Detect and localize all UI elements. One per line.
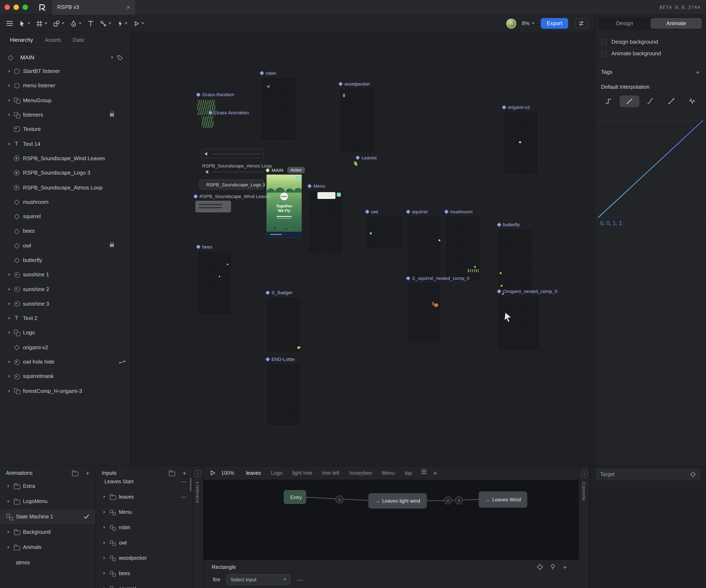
- close-tab-icon[interactable]: ×: [126, 4, 130, 10]
- artboard-label[interactable]: butterfly: [498, 221, 533, 228]
- hierarchy-row[interactable]: RSPB_Soundscape_Logo 3: [0, 166, 130, 180]
- hierarchy-row[interactable]: sunshine 2: [0, 282, 130, 296]
- animate-background-checkbox[interactable]: [601, 51, 607, 56]
- active-artboard-row[interactable]: MAIN: [0, 53, 130, 62]
- hierarchy-row[interactable]: sunshine 1: [0, 267, 130, 282]
- transition-handle[interactable]: ‹: [444, 496, 452, 504]
- chevron-down-icon[interactable]: [28, 23, 30, 24]
- tab-assets[interactable]: Assets: [45, 37, 61, 43]
- artboard-label[interactable]: Menu: [308, 183, 343, 189]
- shape-tool[interactable]: [53, 20, 65, 27]
- input-row[interactable]: robin: [96, 520, 192, 535]
- hierarchy-row[interactable]: Text 14: [0, 136, 130, 151]
- fullscreen-window-button[interactable]: [23, 5, 28, 10]
- hierarchy-row[interactable]: RSPB_Soundscape_Wind Leaves: [0, 151, 130, 166]
- stage-canvas[interactable]: robin woodpecker: [130, 32, 594, 466]
- target-field[interactable]: Target: [596, 468, 701, 480]
- hierarchy-row[interactable]: Text 2: [0, 311, 130, 326]
- artboard-tool[interactable]: [36, 20, 47, 27]
- tab-design[interactable]: Design: [599, 18, 651, 29]
- user-avatar[interactable]: [507, 19, 516, 28]
- hierarchy-row[interactable]: Logo: [0, 326, 130, 340]
- expand-caret[interactable]: [5, 500, 12, 503]
- hierarchy-row[interactable]: listeners: [0, 108, 130, 122]
- transition-handle[interactable]: ›: [455, 496, 463, 504]
- audio-asset-chip[interactable]: RSPB_Soundscape_Logo 3: [199, 179, 264, 190]
- expand-caret[interactable]: [6, 84, 12, 87]
- tab-data[interactable]: Data: [73, 37, 84, 43]
- artboard-label[interactable]: S_squirrel_nested_comp_0: [407, 275, 470, 281]
- artboard-surface[interactable]: RSPB Together We Fly: [266, 174, 302, 238]
- expand-caret[interactable]: [6, 288, 12, 290]
- hierarchy-row[interactable]: owl hole hide: [0, 355, 130, 369]
- expand-caret[interactable]: [6, 273, 12, 276]
- scrollbar[interactable]: [190, 478, 191, 491]
- expand-caret[interactable]: [101, 572, 108, 575]
- audio-asset-label[interactable]: RSPB_Soundscape_Atmos Loop: [202, 163, 272, 168]
- crosshair-icon[interactable]: [690, 471, 696, 477]
- hierarchy-row[interactable]: mushroom: [0, 195, 130, 209]
- tab-hierarchy[interactable]: Hierarchy: [10, 37, 33, 43]
- timeline-tab[interactable]: leaves: [246, 470, 261, 475]
- animation-row[interactable]: State Machine 1: [0, 509, 95, 524]
- artboard-label[interactable]: Orogami_nested_comp_0: [498, 288, 557, 294]
- hold-interpolation-button[interactable]: [598, 95, 619, 107]
- chevron-down-icon[interactable]: [125, 23, 127, 24]
- artboard-surface[interactable]: [197, 251, 232, 315]
- revision-history-button[interactable]: [575, 18, 588, 29]
- expand-caret[interactable]: [101, 541, 108, 544]
- timeline-tab[interactable]: light tree: [292, 470, 312, 475]
- artboard-label[interactable]: robin: [260, 70, 296, 76]
- tab-animate[interactable]: Animate: [651, 18, 702, 29]
- state-machine-graph[interactable]: Entry → Leaves light wind → Leaves Wind …: [203, 480, 579, 559]
- add-tag-button[interactable]: +: [696, 68, 700, 76]
- select-input-dropdown[interactable]: Select input: [226, 574, 290, 585]
- artboard-surface[interactable]: [407, 215, 441, 282]
- curve-interpolation-button[interactable]: [640, 95, 661, 107]
- main-menu-button[interactable]: [6, 21, 13, 26]
- expand-caret[interactable]: [6, 302, 12, 305]
- hierarchy-row[interactable]: sunshine 3: [0, 296, 130, 311]
- artboard-label[interactable]: END-Lottie: [266, 356, 301, 362]
- state-node[interactable]: Entry: [283, 490, 306, 504]
- export-button[interactable]: Export: [541, 18, 568, 29]
- rive-logo-icon[interactable]: [39, 3, 47, 11]
- expand-caret[interactable]: [6, 70, 12, 73]
- design-background-checkbox[interactable]: [601, 39, 607, 45]
- artboard-label[interactable]: woodpecker: [339, 81, 374, 87]
- expand-caret[interactable]: [6, 375, 12, 378]
- hierarchy-row[interactable]: forestComp_H-origami-3: [0, 384, 130, 398]
- document-tab[interactable]: RSPB v3 ×: [51, 0, 136, 14]
- target-icon[interactable]: [537, 564, 543, 570]
- hierarchy-row[interactable]: bees: [0, 224, 130, 238]
- new-folder-icon[interactable]: [72, 470, 78, 476]
- artboard-label[interactable]: origami-v2: [503, 104, 539, 110]
- expand-caret[interactable]: [101, 587, 108, 588]
- animation-row[interactable]: Animals: [0, 540, 95, 555]
- close-window-button[interactable]: [5, 5, 10, 10]
- constraints-tool[interactable]: [117, 20, 127, 27]
- expand-caret[interactable]: [6, 142, 12, 145]
- timeline-tab[interactable]: tree left: [322, 470, 339, 475]
- hierarchy-row[interactable]: origami-v2: [0, 340, 130, 355]
- artboard-surface[interactable]: [407, 282, 441, 342]
- animation-row[interactable]: LogoMenu: [0, 494, 95, 509]
- artboard-label[interactable]: S_Badger: [266, 289, 301, 296]
- chevron-down-icon[interactable]: [62, 23, 65, 24]
- input-row[interactable]: owl: [96, 535, 192, 550]
- artboard-label[interactable]: Leaves: [356, 154, 377, 161]
- expand-caret[interactable]: [6, 317, 12, 320]
- bone-tool[interactable]: [100, 20, 111, 27]
- timeline-zoom[interactable]: 100%: [221, 470, 234, 475]
- artboard-surface[interactable]: [266, 296, 301, 353]
- elastic-interpolation-button[interactable]: [682, 95, 702, 107]
- artboard-label[interactable]: owl: [366, 208, 404, 215]
- lock-icon[interactable]: [110, 244, 114, 247]
- chevron-down-icon[interactable]: [111, 57, 114, 58]
- list-icon[interactable]: [421, 469, 427, 474]
- expand-caret[interactable]: [6, 99, 12, 101]
- chevron-down-icon[interactable]: [141, 23, 144, 24]
- add-animation-button[interactable]: +: [86, 470, 90, 476]
- artboard-surface[interactable]: [339, 88, 374, 153]
- input-row[interactable]: woodpecker: [96, 550, 192, 566]
